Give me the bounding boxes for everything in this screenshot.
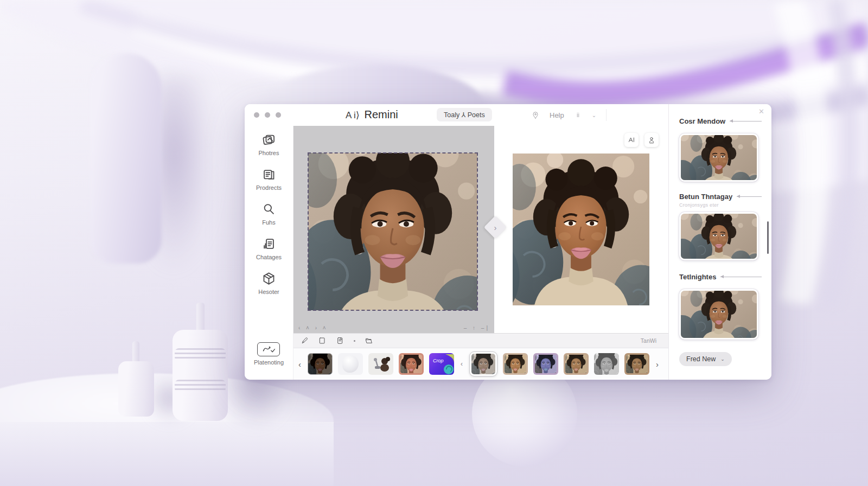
app-main: A i⟩ Remini Toaly ⅄ Poets Help ⌄	[245, 104, 668, 380]
search-icon	[261, 202, 276, 216]
person-icon[interactable]	[644, 133, 659, 147]
compare-canvas: ‹ ˄ › ˄ – ↑ –|	[293, 126, 668, 333]
panel-section-title: Tetlnightes	[679, 273, 762, 281]
thumb-portrait-purple[interactable]	[533, 353, 558, 375]
zoom-controls-right[interactable]: – ↑ –|	[464, 325, 490, 331]
panel-section-title: Betun Thntagay	[679, 193, 762, 201]
arrow-left-icon	[730, 121, 762, 122]
preset-card[interactable]	[679, 289, 758, 340]
titlebar: A i⟩ Remini Toaly ⅄ Poets Help ⌄	[245, 104, 668, 126]
before-image	[308, 153, 477, 310]
blob-shape	[342, 355, 359, 373]
sculpture-shadow	[155, 76, 215, 271]
chevron-down-icon[interactable]: ⌄	[592, 112, 596, 118]
panel-section-title: Cosr Mendow	[679, 117, 762, 125]
filmstrip: ‹	[293, 348, 668, 380]
traffic-light[interactable]	[276, 112, 281, 118]
panel-section-subtitle: Cronjonsygs eter	[679, 202, 719, 208]
document-icon[interactable]	[336, 336, 344, 345]
sidebar-item-label: Photres	[259, 150, 279, 156]
pan-controls-left[interactable]: ‹ ˄ › ˄	[298, 325, 328, 331]
sidebar-item-label: Prodrects	[256, 184, 282, 191]
sidebar-item-hesoter[interactable]: Hesoter	[258, 271, 279, 295]
filmstrip-prev-button[interactable]: ‹	[297, 360, 302, 369]
sidebar-item-label: Platenoting	[254, 359, 284, 366]
before-pane: ‹ ˄ › ˄ – ↑ –|	[293, 126, 494, 333]
arrow-left-icon	[737, 196, 762, 197]
arrow-left-icon	[720, 277, 762, 277]
podium-body	[0, 422, 334, 486]
thumb-portrait-red[interactable]	[399, 353, 424, 375]
sidebar-item-label: Fuhs	[262, 219, 275, 226]
app-title-name: Remini	[365, 108, 398, 121]
canvas-tool-chips	[624, 133, 659, 147]
window-controls	[254, 112, 281, 118]
thumb-portrait-brown[interactable]	[624, 353, 649, 375]
cube-icon	[261, 271, 276, 286]
thumb-mini-figures[interactable]	[368, 353, 393, 375]
panel-scrollbar[interactable]	[767, 221, 769, 254]
bottle-small	[118, 361, 154, 417]
sidebar-item-platenoting[interactable]: Platenoting	[254, 342, 284, 366]
help-button[interactable]: Help	[550, 111, 564, 119]
main-body: Photres Prodrects Fuhs	[245, 126, 668, 380]
toolbar-dot	[354, 340, 355, 342]
photos-icon	[261, 132, 276, 147]
preset-card[interactable]	[679, 133, 758, 182]
after-pane	[494, 126, 668, 333]
folder-icon[interactable]	[365, 336, 373, 345]
route-check-icon	[257, 342, 280, 356]
titlebar-right-group: Help ⌄	[531, 104, 607, 126]
bottle-ribs	[175, 380, 226, 393]
fred-new-label: Fred New	[686, 355, 716, 363]
close-icon[interactable]: ✕	[758, 107, 764, 116]
section-title-text: Betun Thntagay	[679, 193, 732, 201]
section-title-text: Tetlnightes	[679, 273, 716, 281]
sculpture-cylinder	[90, 53, 162, 264]
text-tool-icon[interactable]	[624, 133, 639, 147]
after-image	[513, 154, 649, 305]
thumb-crop-logo[interactable]: Crop	[429, 353, 454, 375]
pin-icon[interactable]	[531, 111, 540, 119]
thumb-portrait-warm[interactable]	[503, 353, 528, 375]
thumb-photo-dark[interactable]	[308, 353, 333, 375]
presets-panel: ✕ Cosr Mendow Betun Thntagay Cronjonsygs…	[668, 104, 771, 380]
traffic-light[interactable]	[265, 112, 270, 118]
sidebar-item-photres[interactable]: Photres	[259, 132, 279, 156]
sidebar-item-fuhs[interactable]: Fuhs	[261, 202, 276, 226]
bottle-ribs	[175, 348, 226, 361]
titlebar-separator	[606, 109, 607, 121]
chevron-right-icon: ›	[494, 223, 497, 232]
thumb-blob-3d[interactable]	[338, 353, 363, 375]
crop-square-icon[interactable]	[318, 336, 327, 345]
svg-text:Crop: Crop	[433, 358, 444, 363]
edit-toolbar: TanWi	[293, 333, 668, 348]
sidebar: Photres Prodrects Fuhs	[245, 126, 293, 380]
filmstrip-next-button[interactable]: ›	[655, 360, 660, 369]
section-title-text: Cosr Mendow	[679, 117, 725, 125]
thumb-portrait-warm-2[interactable]	[564, 353, 589, 375]
app-title: A i⟩ Remini	[346, 108, 398, 121]
pen-icon[interactable]	[300, 336, 309, 345]
workarea: ‹ ˄ › ˄ – ↑ –|	[293, 126, 668, 380]
preset-card[interactable]	[679, 212, 758, 260]
filmstrip-mid-prev-button[interactable]: ‹	[459, 360, 464, 368]
sidebar-item-label: Hesoter	[258, 289, 279, 295]
sidebar-item-label: Chatages	[256, 254, 282, 260]
bottle-large	[173, 330, 228, 421]
pages-icon	[261, 236, 276, 251]
thumb-portrait-selected[interactable]	[469, 351, 497, 376]
thumb-sketch-light[interactable]	[594, 353, 619, 375]
sidebar-item-prodrects[interactable]: Prodrects	[256, 167, 282, 191]
app-title-prefix: A i⟩	[346, 110, 360, 121]
chevron-down-icon: ⌄	[720, 356, 725, 362]
titlebar-pill-button[interactable]: Toaly ⅄ Poets	[437, 108, 492, 122]
sidebar-item-chatages[interactable]: Chatages	[256, 236, 282, 260]
app-window: A i⟩ Remini Toaly ⅄ Poets Help ⌄	[245, 104, 771, 380]
traffic-light[interactable]	[254, 112, 259, 118]
toolbar-status-label: TanWi	[641, 337, 656, 344]
products-icon	[261, 167, 276, 182]
fred-new-button[interactable]: Fred New ⌄	[679, 352, 732, 366]
bars-icon[interactable]	[574, 111, 582, 119]
